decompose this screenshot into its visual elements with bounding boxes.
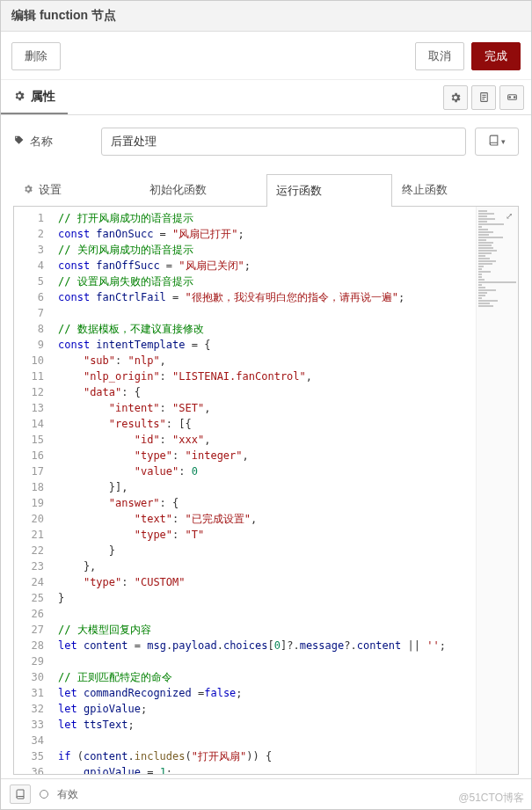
name-input[interactable] bbox=[101, 128, 466, 156]
watermark-text: @51CTO博客 bbox=[458, 792, 524, 804]
gear-icon bbox=[13, 90, 26, 105]
tab-properties[interactable]: 属性 bbox=[1, 80, 68, 114]
cancel-button-label: 取消 bbox=[428, 48, 451, 64]
line-gutter: 1234567891011121314151617181920212223242… bbox=[14, 207, 51, 774]
tab-run[interactable]: 运行函数 bbox=[266, 174, 393, 207]
tab-stop[interactable]: 终止函数 bbox=[392, 173, 519, 206]
node-settings-icon[interactable] bbox=[443, 85, 468, 110]
footer-status-label: 有效 bbox=[57, 787, 78, 802]
node-appearance-icon[interactable] bbox=[499, 85, 524, 110]
book-icon bbox=[488, 135, 499, 149]
tab-stop-label: 终止函数 bbox=[402, 182, 448, 198]
expand-icon[interactable]: ⤢ bbox=[502, 208, 516, 223]
tab-setup-label: 设置 bbox=[39, 182, 62, 198]
tab-run-label: 运行函数 bbox=[276, 183, 322, 199]
chevron-down-icon: ▾ bbox=[501, 137, 506, 146]
footer-bar: 有效 bbox=[1, 778, 531, 809]
tag-icon bbox=[13, 135, 25, 149]
done-button-label: 完成 bbox=[485, 48, 507, 64]
svg-point-5 bbox=[508, 97, 510, 99]
action-bar: 删除 取消 完成 bbox=[1, 32, 531, 80]
name-label: 名称 bbox=[13, 134, 92, 150]
name-row: 名称 ▾ bbox=[1, 115, 531, 161]
tab-init-label: 初始化函数 bbox=[149, 182, 207, 198]
name-label-text: 名称 bbox=[30, 134, 53, 150]
tab-init[interactable]: 初始化函数 bbox=[140, 173, 266, 206]
gear-icon bbox=[23, 184, 33, 197]
done-button[interactable]: 完成 bbox=[471, 42, 521, 70]
svg-point-6 bbox=[514, 97, 515, 99]
code-editor[interactable]: 1234567891011121314151617181920212223242… bbox=[13, 207, 519, 775]
minimap[interactable]: ⤢ bbox=[476, 207, 518, 774]
footer-book-icon[interactable] bbox=[10, 784, 31, 804]
tab-properties-label: 属性 bbox=[31, 89, 55, 105]
node-docs-icon[interactable] bbox=[471, 85, 496, 110]
cancel-button[interactable]: 取消 bbox=[415, 42, 464, 70]
editor-title: 编辑 function 节点 bbox=[1, 1, 531, 32]
name-icon-select[interactable]: ▾ bbox=[475, 128, 519, 156]
watermark: @51CTO博客 bbox=[458, 791, 524, 806]
delete-button[interactable]: 删除 bbox=[11, 42, 61, 70]
status-dot-icon bbox=[40, 790, 48, 799]
function-tabs: 设置 初始化函数 运行函数 终止函数 bbox=[13, 173, 519, 207]
editor-title-text: 编辑 function 节点 bbox=[11, 8, 116, 22]
properties-tab-row: 属性 bbox=[1, 80, 531, 115]
delete-button-label: 删除 bbox=[25, 48, 47, 64]
code-content[interactable]: // 打开风扇成功的语音提示const fanOnSucc = "风扇已打开";… bbox=[51, 207, 476, 774]
tab-setup[interactable]: 设置 bbox=[13, 173, 140, 206]
